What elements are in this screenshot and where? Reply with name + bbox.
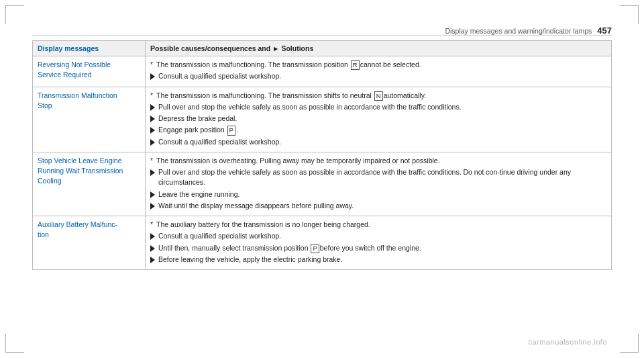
star-icon: * [150,220,153,230]
arrow-icon [150,104,155,111]
bullet-item: Engage park position P. [150,125,606,135]
bullet-item: Depress the brake pedal. [150,114,606,124]
corner-br [620,334,639,353]
bullet-item: Leave the engine running. [150,189,606,199]
star-item: *The transmission is overheating. Pullin… [150,156,606,166]
bullet-item: Consult a qualified specialist workshop. [150,71,606,81]
header-line [32,35,612,36]
corner-bl [5,334,24,353]
corner-tl [5,5,24,24]
cause-text: Pull over and stop the vehicle safely as… [158,167,606,187]
display-cell-0: Reversing Not PossibleService Required [33,56,146,87]
arrow-icon [150,203,155,210]
content-area: Display messages Possible causes/consequ… [32,40,612,318]
causes-cell-0: *The transmission is malfunctioning. The… [146,56,612,87]
cause-text: Before leaving the vehicle, apply the el… [158,255,606,265]
star-icon: * [150,91,153,101]
page-number: 457 [597,26,612,36]
table-header-row: Display messages Possible causes/consequ… [33,41,612,56]
bullet-item: Before leaving the vehicle, apply the el… [150,255,606,265]
cause-text: Consult a qualified specialist workshop. [158,71,606,81]
display-cell-2: Stop Vehicle Leave EngineRunning Wait Tr… [33,152,146,216]
cause-text: Consult a qualified specialist workshop. [158,231,606,241]
bullet-item: Consult a qualified specialist workshop. [150,231,606,241]
star-icon: * [150,60,153,70]
star-item: *The transmission is malfunctioning. The… [150,60,606,70]
table-row: Reversing Not PossibleService Required*T… [33,56,612,87]
corner-tr [620,5,639,24]
page-wrapper: Display messages and warning/indicator l… [0,0,644,358]
bullet-item: Consult a qualified specialist workshop. [150,137,606,147]
cause-text: Wait until the display message disappear… [158,201,606,211]
cause-text: The transmission is overheating. Pulling… [156,156,606,166]
cause-text: Until then, manually select transmission… [158,243,606,253]
arrow-icon [150,245,155,252]
display-cell-1: Transmission MalfunctionStop [33,87,146,152]
arrow-icon [150,191,155,198]
header-text: Display messages and warning/indicator l… [445,27,592,35]
arrow-icon [150,169,155,176]
star-item: *The transmission is malfunctioning. The… [150,91,606,101]
cause-text: The auxiliary battery for the transmissi… [156,220,606,230]
bullet-item: Pull over and stop the vehicle safely as… [150,167,606,187]
cause-text: Depress the brake pedal. [158,114,606,124]
cause-text: Consult a qualified specialist workshop. [158,137,606,147]
causes-cell-3: *The auxiliary battery for the transmiss… [146,216,612,270]
watermark: carmanualsonline.info [528,338,607,346]
table-body: Reversing Not PossibleService Required*T… [33,56,612,270]
table-row: Auxiliary Battery Malfunc-tion*The auxil… [33,216,612,270]
main-table: Display messages Possible causes/consequ… [32,40,612,270]
cause-text: Engage park position P. [158,125,606,135]
causes-cell-1: *The transmission is malfunctioning. The… [146,87,612,152]
arrow-icon [150,139,155,146]
star-item: *The auxiliary battery for the transmiss… [150,220,606,230]
cause-text: Leave the engine running. [158,189,606,199]
bullet-item: Until then, manually select transmission… [150,243,606,253]
cause-text: The transmission is malfunctioning. The … [156,60,606,70]
star-icon: * [150,156,153,166]
arrow-icon [150,73,155,80]
page-header: Display messages and warning/indicator l… [445,26,612,36]
arrow-icon [150,116,155,122]
arrow-icon [150,257,155,263]
bullet-item: Pull over and stop the vehicle safely as… [150,102,606,112]
display-cell-3: Auxiliary Battery Malfunc-tion [33,216,146,270]
table-row: Transmission MalfunctionStop*The transmi… [33,87,612,152]
arrow-icon [150,127,155,134]
arrow-icon [150,233,155,240]
col-causes-header: Possible causes/consequences and ► Solut… [146,41,612,56]
bullet-item: Wait until the display message disappear… [150,201,606,211]
cause-text: The transmission is malfunctioning. The … [156,91,606,101]
table-row: Stop Vehicle Leave EngineRunning Wait Tr… [33,152,612,216]
col-display-header: Display messages [33,41,146,56]
causes-cell-2: *The transmission is overheating. Pullin… [146,152,612,216]
cause-text: Pull over and stop the vehicle safely as… [158,102,606,112]
